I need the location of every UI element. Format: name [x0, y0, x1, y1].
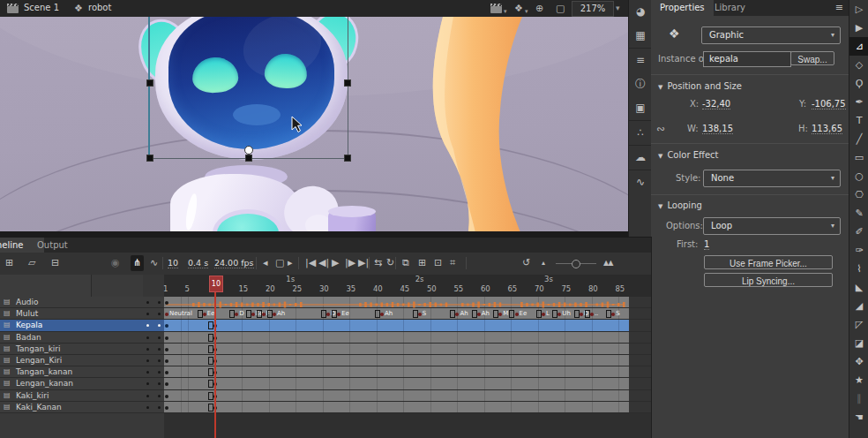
keyframe-dot[interactable] — [165, 382, 168, 386]
cc-libraries-panel-icon[interactable]: ☁ — [629, 145, 652, 170]
layer-visibility-dot[interactable] — [146, 382, 149, 385]
span-end-marker[interactable] — [606, 310, 611, 318]
width-tool[interactable]: ∥ — [849, 389, 868, 408]
frame-row-tangan_kiri[interactable] — [164, 344, 651, 355]
collapse-triangle-icon[interactable]: ▼ — [658, 153, 662, 160]
orange-shape[interactable] — [415, 17, 547, 237]
tab-properties[interactable]: Properties — [651, 0, 714, 16]
keyframe-dot[interactable] — [273, 313, 276, 316]
keyframe-dot[interactable] — [580, 313, 583, 316]
edit-scene-icon[interactable] — [490, 6, 502, 13]
keyframe-dot[interactable] — [165, 336, 168, 340]
keyframe-dot[interactable] — [165, 301, 168, 305]
link-dimensions-icon[interactable]: ∾ — [656, 123, 665, 135]
loop-playback-icon[interactable]: ⇆ — [374, 255, 382, 271]
classic-brush-tool[interactable]: ✑ — [849, 241, 868, 260]
use-frame-picker-button[interactable]: Use Frame Picker... — [704, 255, 833, 269]
free-transform-tool[interactable]: ⊿ — [849, 37, 868, 56]
keyframe-dot[interactable] — [515, 313, 519, 316]
color-effect-section-header[interactable]: ▼Color Effect — [658, 150, 718, 160]
bone-tool[interactable]: ⌇ — [849, 260, 868, 278]
span-end-marker[interactable] — [332, 310, 337, 318]
keyframe-dot[interactable] — [165, 313, 168, 316]
transform-handle[interactable] — [344, 79, 351, 87]
layer-row-tangan_kanan[interactable]: ▤Tangan_kanan — [0, 366, 164, 378]
frame-span[interactable]: NeutralEeDEeFAhDEeAhSAhAhMEeLUhD..S — [164, 308, 629, 319]
span-end-marker[interactable] — [536, 310, 542, 318]
layer-row-lengan_kanan[interactable]: ▤Lengan_kanan — [0, 378, 164, 389]
span-end-marker[interactable] — [208, 404, 213, 412]
frame-span[interactable] — [164, 355, 629, 366]
frame-span[interactable] — [164, 344, 629, 354]
current-frame-icon[interactable]: ▢ — [275, 255, 284, 271]
layer-lock-dot[interactable] — [158, 382, 161, 385]
step-forward-icon[interactable]: ▸ — [288, 255, 293, 271]
layer-lock-dot[interactable] — [158, 324, 161, 327]
span-end-marker[interactable] — [208, 380, 213, 388]
elapsed-time[interactable]: 0.4 s — [188, 258, 208, 268]
layer-lock-dot[interactable] — [158, 313, 161, 315]
layer-row-kaki_kanan[interactable]: ▤Kaki_Kanan — [0, 402, 164, 413]
frame-row-audio[interactable] — [164, 297, 651, 308]
layer-row-badan[interactable]: ▤Badan — [0, 332, 164, 344]
keyframe-dot[interactable] — [165, 348, 168, 351]
selection-bounding-box[interactable] — [148, 17, 348, 159]
keyframe-dot[interactable] — [165, 359, 168, 363]
layer-name[interactable]: Kepala — [16, 321, 42, 329]
layer-lock-dot[interactable] — [158, 336, 161, 339]
transformation-point[interactable] — [244, 146, 253, 155]
span-end-marker[interactable] — [450, 310, 455, 318]
camera-icon[interactable]: ◉ — [111, 255, 120, 271]
shift-keyframes-icon[interactable]: ↻ — [386, 255, 394, 271]
frame-row-kaki_kiri[interactable] — [164, 390, 651, 402]
span-end-marker[interactable] — [552, 310, 557, 318]
onion-range-icon[interactable]: ⌗ — [450, 255, 455, 271]
keyframe-dot[interactable] — [380, 313, 384, 316]
layer-lock-dot[interactable] — [158, 371, 161, 374]
swatches-panel-icon[interactable]: ▦ — [629, 24, 652, 48]
transform-panel-icon[interactable]: ▣ — [629, 96, 652, 120]
swap-button[interactable]: Swap... — [790, 51, 834, 65]
span-end-marker[interactable] — [509, 310, 514, 318]
span-end-marker[interactable] — [208, 334, 213, 342]
timeline-zoom-reset-icon[interactable]: ↺ — [522, 255, 530, 271]
subselection-tool[interactable]: ▶ — [849, 19, 868, 37]
selection-tool[interactable]: ▷ — [849, 0, 868, 19]
delete-layer-icon[interactable]: ⊟ — [51, 255, 59, 271]
layer-name[interactable]: Tangan_kiri — [16, 344, 61, 353]
playhead-line[interactable] — [214, 291, 216, 438]
layer-row-mulut[interactable]: ▤Mulut — [0, 308, 164, 320]
text-tool[interactable]: T — [849, 111, 868, 130]
onion-skin-icon[interactable]: ⧉ — [402, 255, 409, 271]
stage[interactable] — [0, 17, 628, 237]
center-stage-icon[interactable]: ⊕ — [535, 2, 543, 15]
clip-content-icon[interactable]: ▢ — [556, 2, 565, 15]
timeline-zoom-knob[interactable] — [572, 260, 580, 268]
layer-visibility-dot[interactable] — [146, 406, 149, 409]
layer-name[interactable]: Lengan_Kiri — [16, 356, 62, 365]
y-value[interactable]: -106,75 — [812, 99, 846, 110]
layer-name[interactable]: Kaki_Kanan — [16, 403, 62, 412]
play-icon[interactable]: ▶ — [332, 255, 339, 271]
keyframe-dot[interactable] — [203, 313, 206, 316]
layer-lock-dot[interactable] — [158, 348, 161, 351]
eyedropper-tool[interactable]: ◸ — [849, 315, 868, 334]
layer-name[interactable]: Kaki_kiri — [16, 391, 49, 400]
layer-name[interactable]: Audio — [16, 298, 39, 306]
frame-span[interactable] — [164, 378, 629, 389]
transform-handle[interactable] — [146, 155, 153, 162]
layer-row-audio[interactable]: ▤Audio — [0, 297, 164, 308]
frame-rate[interactable]: 24.00 fps — [214, 258, 254, 268]
frame-span[interactable] — [164, 332, 629, 343]
gradient-transform-tool[interactable]: ◇ — [849, 56, 868, 74]
stage-zoom-select[interactable]: 217% — [572, 1, 614, 17]
ink-bottle-tool[interactable]: ◢ — [849, 297, 868, 315]
span-end-marker[interactable] — [257, 310, 262, 318]
layer-visibility-dot[interactable] — [146, 348, 149, 351]
layer-visibility-dot[interactable] — [146, 324, 149, 327]
hand-tool[interactable]: ☚ — [849, 408, 868, 427]
new-layer-icon[interactable]: ⊞ — [5, 255, 13, 271]
keyframe-dot[interactable] — [455, 313, 459, 316]
brush-library-panel-icon[interactable]: ∴ — [629, 120, 652, 145]
layer-name[interactable]: Badan — [16, 333, 41, 342]
